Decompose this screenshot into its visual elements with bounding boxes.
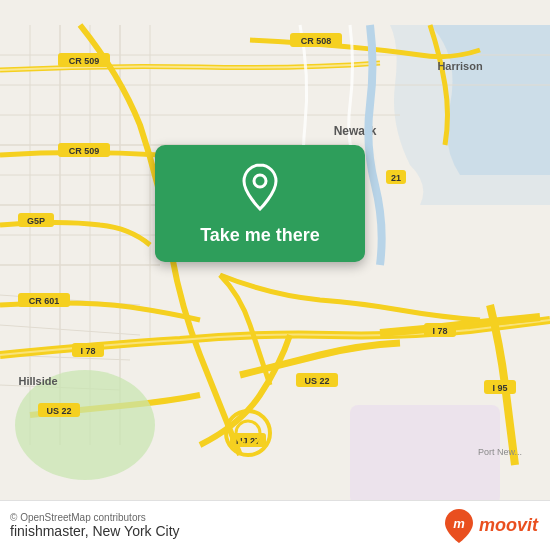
svg-text:I 95: I 95 — [492, 383, 507, 393]
svg-text:CR 601: CR 601 — [29, 296, 60, 306]
svg-text:CR 508: CR 508 — [301, 36, 332, 46]
bottom-bar-left: © OpenStreetMap contributors finishmaste… — [10, 512, 180, 539]
moovit-logo: m moovit — [443, 508, 538, 544]
map-roads: CR 509 CR 508 Harrison Newark CR 509 G5P… — [0, 0, 550, 550]
svg-text:US 22: US 22 — [46, 406, 71, 416]
svg-text:CR 509: CR 509 — [69, 56, 100, 66]
map-container: CR 509 CR 508 Harrison Newark CR 509 G5P… — [0, 0, 550, 550]
svg-text:I 78: I 78 — [432, 326, 447, 336]
take-me-there-label: Take me there — [200, 225, 320, 246]
svg-text:G5P: G5P — [27, 216, 45, 226]
svg-text:Hillside: Hillside — [18, 375, 57, 387]
svg-text:Port New...: Port New... — [478, 447, 522, 457]
location-icon-wrapper — [240, 163, 280, 215]
svg-text:21: 21 — [391, 173, 401, 183]
location-pin-icon — [240, 163, 280, 211]
svg-point-49 — [254, 175, 266, 187]
svg-text:m: m — [453, 516, 465, 531]
moovit-icon: m — [443, 508, 475, 544]
svg-text:US 22: US 22 — [304, 376, 329, 386]
copyright-text: © OpenStreetMap contributors — [10, 512, 180, 523]
svg-text:I 78: I 78 — [80, 346, 95, 356]
svg-text:CR 509: CR 509 — [69, 146, 100, 156]
bottom-bar: © OpenStreetMap contributors finishmaste… — [0, 500, 550, 550]
svg-line-9 — [0, 325, 140, 335]
take-me-there-card[interactable]: Take me there — [155, 145, 365, 262]
svg-text:Harrison: Harrison — [437, 60, 483, 72]
moovit-text: moovit — [479, 515, 538, 536]
location-name: finishmaster, New York City — [10, 523, 180, 539]
